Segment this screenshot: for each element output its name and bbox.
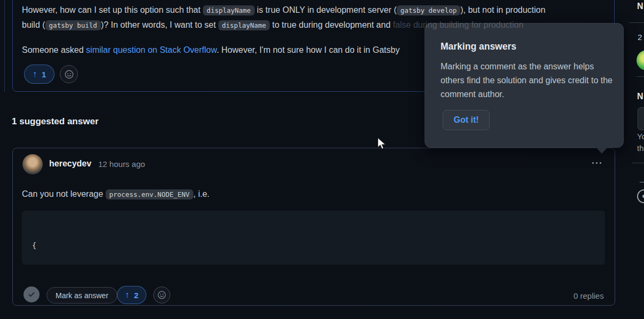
marking-answers-popover: Marking answers Marking a comment as the… xyxy=(425,23,624,148)
subscribe-button-fragment[interactable] xyxy=(638,107,644,130)
question-text: ), but not in production xyxy=(460,5,545,14)
comment-text: Can you not leverage xyxy=(22,189,106,198)
upvote-count: 2 xyxy=(134,291,138,300)
replies-count: 0 replies xyxy=(574,291,604,300)
avatar[interactable] xyxy=(22,154,43,174)
question-text: . However, I'm not sure how I can do it … xyxy=(217,45,400,54)
mark-as-answer-button[interactable]: Mark as answer xyxy=(46,287,117,304)
sidebar-divider xyxy=(632,163,644,163)
inline-code-gatsby-build: gatsby build xyxy=(45,20,101,30)
popover-title: Marking answers xyxy=(441,41,516,52)
comment-author[interactable]: herecydev xyxy=(49,159,91,169)
notifications-heading-fragment: N xyxy=(637,92,643,101)
comment-timestamp[interactable]: 12 hours ago xyxy=(98,160,145,169)
participants-count: 2 xyxy=(638,33,642,42)
left-edge-divider xyxy=(4,0,5,92)
sidebar-divider xyxy=(637,76,644,77)
question-emoji-reaction-button[interactable] xyxy=(60,65,78,83)
answer-upvote-button[interactable]: ↑ 2 xyxy=(117,286,146,304)
code-block: { displayName: process.env.NODE_ENV === … xyxy=(22,211,605,265)
popover-tail xyxy=(595,147,608,154)
inline-code-displayname: displayName xyxy=(218,20,270,30)
question-text-occluded: false during building for production xyxy=(393,20,524,29)
discussion-page: However, how can I set up this option su… xyxy=(0,0,644,319)
question-upvote-button[interactable]: ↑ 1 xyxy=(24,65,54,84)
inline-code-gatsby-develop: gatsby develop xyxy=(397,5,460,15)
collapse-sidebar-icon[interactable]: → xyxy=(638,175,644,187)
suggested-answer-heading: 1 suggested answer xyxy=(12,116,99,127)
notification-note-fragment: th xyxy=(637,143,644,153)
up-arrow-icon: ↑ xyxy=(33,69,37,79)
circle-dot-icon[interactable] xyxy=(637,189,644,203)
smiley-icon xyxy=(65,70,74,79)
notification-note-fragment: Yo xyxy=(637,132,644,141)
up-arrow-icon: ↑ xyxy=(125,290,129,300)
question-text: )? In other words, I want to set xyxy=(101,20,218,29)
code-line: { xyxy=(32,240,595,251)
inline-code-node-env: process.env.NODE_ENV xyxy=(106,189,194,200)
question-text: to true during development and xyxy=(270,20,392,29)
answer-emoji-reaction-button[interactable] xyxy=(153,286,170,304)
participant-avatar[interactable] xyxy=(637,50,644,70)
comment-body: Can you not leverage process.env.NODE_EN… xyxy=(22,187,601,202)
answer-check-icon xyxy=(23,286,40,302)
smiley-icon xyxy=(158,291,166,299)
question-text: is true ONLY in development server ( xyxy=(255,5,397,14)
stack-overflow-link[interactable]: similar question on Stack Overflow xyxy=(86,45,217,54)
got-it-button[interactable]: Got it! xyxy=(443,110,490,130)
sidebar-divider xyxy=(629,22,644,23)
question-text: Someone asked xyxy=(22,45,86,54)
inline-code-displayname: displayName xyxy=(203,5,255,15)
comment-text: , i.e. xyxy=(193,189,209,198)
popover-body: Marking a comment as the answer helps ot… xyxy=(441,60,614,101)
question-text: However, how can I set up this option su… xyxy=(22,5,203,14)
check-icon xyxy=(27,290,36,299)
question-text: build ( xyxy=(22,20,45,29)
question-paragraph-1: However, how can I set up this option su… xyxy=(22,3,601,33)
sidebar-heading-fragment: N xyxy=(637,2,643,11)
upvote-count: 1 xyxy=(42,70,46,79)
kebab-menu-icon[interactable] xyxy=(586,157,607,169)
